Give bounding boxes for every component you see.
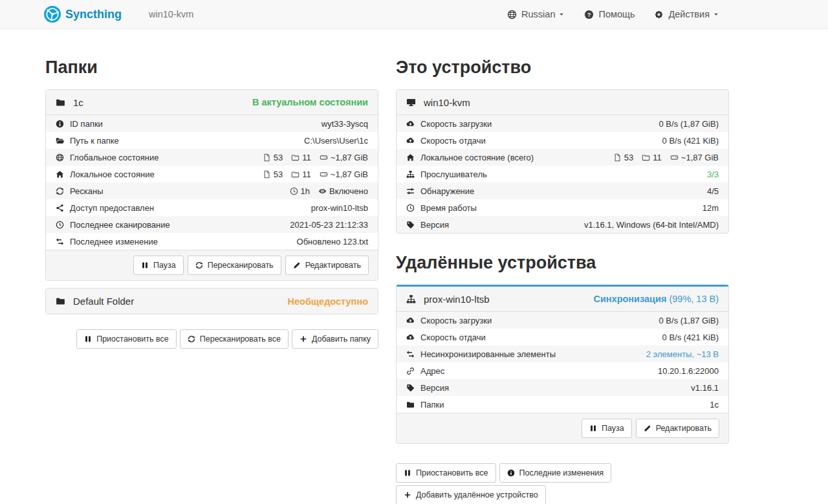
files-count: 53	[274, 170, 283, 179]
button-label: Приостановить все	[416, 468, 488, 477]
language-menu-label: Russian	[521, 9, 555, 19]
tag-icon	[406, 221, 415, 229]
pause-icon	[84, 335, 92, 343]
pause-icon	[404, 469, 411, 477]
row-label: Скорость загрузки	[420, 316, 492, 325]
row-value: 53 11 ~1,87 GiB	[263, 153, 368, 162]
brand[interactable]: Syncthing	[44, 6, 122, 23]
row-value: wyt33-3yscq	[321, 119, 368, 129]
folder-status-badge: Необщедоступно	[288, 296, 368, 307]
add-remote-device-button[interactable]: Добавить удалённое устройство	[396, 485, 546, 504]
home-icon	[56, 170, 64, 179]
rescan-folder-button[interactable]: Пересканировать	[188, 256, 281, 275]
edit-folder-button[interactable]: Редактировать	[285, 256, 369, 275]
this-device-panel: win10-kvm Скорость загрузки 0 B/s (1,87 …	[396, 89, 729, 234]
button-label: Пауза	[153, 261, 176, 270]
remote-device-actions-footer: Пауза Редактировать	[397, 413, 728, 443]
table-row: Несинхронизированные элементы 2 элементы…	[397, 345, 728, 362]
folder-status-badge: В актуальном состоянии	[252, 97, 368, 107]
row-value: 1h Включено	[290, 186, 368, 196]
folders-column: Папки 1c В актуальном состоянии ID папки…	[45, 58, 378, 504]
row-label: Последнее изменение	[70, 237, 158, 247]
pencil-icon	[293, 261, 301, 269]
refresh-icon	[56, 187, 64, 195]
row-value: C:\Users\User\1c	[304, 136, 368, 146]
row-label: Обнаружение	[420, 186, 474, 196]
cloud-download-icon	[406, 316, 415, 325]
devices-column: Это устройство win10-kvm Скорость загруз…	[396, 58, 729, 504]
row-label: Последнее сканирование	[70, 220, 170, 230]
table-row: Версия v1.16.1	[397, 379, 728, 396]
button-label: Пересканировать	[208, 261, 274, 270]
globe-icon	[507, 10, 517, 19]
row-value: 53 11 ~1,87 GiB	[263, 170, 368, 179]
folder-panel-1c: 1c В актуальном состоянии ID папки wyt33…	[45, 89, 378, 281]
hdd-icon	[670, 153, 679, 162]
remote-actions-row-2: Добавить удалённое устройство	[396, 485, 729, 504]
pause-folder-button[interactable]: Пауза	[133, 256, 184, 275]
folder-icon	[56, 296, 65, 306]
discovery-value: 4/5	[707, 186, 719, 196]
folder-name: Default Folder	[73, 296, 134, 307]
button-label: Последние изменения	[519, 468, 604, 477]
table-row: Путь к папке C:\Users\User\1c	[46, 132, 378, 149]
remote-devices-actions: Приостановить все Последние изменения До…	[396, 463, 729, 504]
table-row: Последнее изменение Обновлено 123.txt	[46, 233, 378, 250]
remote-device-header[interactable]: prox-win10-ltsb Синхронизация (99%, 13 B…	[397, 287, 728, 312]
rescan-all-button[interactable]: Пересканировать все	[180, 329, 289, 349]
pause-device-button[interactable]: Пауза	[582, 419, 632, 438]
button-label: Приостановить все	[96, 334, 169, 344]
row-label: Версия	[420, 383, 449, 393]
help-menu[interactable]: Помощь	[584, 9, 635, 19]
cloud-upload-icon	[406, 137, 415, 145]
status-detail: (99%, 13 B)	[666, 294, 719, 304]
size-value: ~1,87 GiB	[681, 153, 719, 162]
syncthing-logo-icon	[44, 6, 61, 23]
folder-outline-icon	[642, 153, 650, 162]
size-value: ~1,87 GiB	[331, 170, 368, 179]
row-value: 2021-05-23 21:12:33	[290, 220, 368, 230]
row-label: ID папки	[70, 119, 103, 129]
edit-device-button[interactable]: Редактировать	[636, 419, 719, 438]
row-value: 12m	[703, 203, 719, 213]
refresh-icon	[188, 335, 195, 343]
table-row: Адрес 10.20.1.6:22000	[397, 362, 728, 379]
row-value: 0 B/s (421 KiB)	[662, 333, 719, 342]
folder-actions-footer: Пауза Пересканировать Редактировать	[46, 250, 378, 280]
this-device-table: Скорость загрузки 0 B/s (1,87 GiB) Скоро…	[397, 115, 728, 233]
folder-1c-header[interactable]: 1c В актуальном состоянии	[46, 90, 378, 115]
table-row: Скорость отдачи 0 B/s (421 KiB)	[397, 132, 728, 149]
caret-down-icon	[713, 11, 719, 17]
folder-outline-icon	[291, 153, 300, 162]
row-label: Версия	[420, 220, 449, 230]
rescan-interval: 1h	[301, 186, 310, 196]
row-label: Несинхронизированные элементы	[420, 349, 556, 359]
language-menu[interactable]: Russian	[507, 9, 565, 19]
table-row: Локальное состояние 53 11 ~1,87 GiB	[46, 166, 378, 182]
hdd-icon	[320, 170, 328, 179]
share-icon	[56, 204, 64, 212]
folder-open-icon	[56, 137, 64, 145]
row-label: Скорость отдачи	[420, 333, 486, 342]
recent-changes-button[interactable]: Последние изменения	[499, 463, 612, 483]
sliders-icon	[406, 187, 415, 195]
sitemap-icon	[406, 170, 415, 179]
row-value: Обновлено 123.txt	[297, 237, 368, 247]
out-of-sync-link[interactable]: 2 элементы, ~13 B	[646, 349, 719, 359]
file-icon	[263, 170, 271, 179]
listeners-value: 3/3	[707, 170, 719, 179]
pause-all-devices-button[interactable]: Приостановить все	[396, 463, 496, 483]
cloud-download-icon	[406, 120, 415, 128]
pause-all-folders-button[interactable]: Приостановить все	[76, 329, 177, 349]
this-device-header[interactable]: win10-kvm	[397, 90, 728, 115]
add-folder-button[interactable]: Добавить папку	[292, 329, 378, 349]
folder-icon	[56, 98, 65, 107]
actions-menu[interactable]: Действия	[654, 9, 719, 19]
table-row: Локальное состояние (всего) 53 11 ~1,87 …	[397, 149, 728, 166]
link-icon	[406, 367, 415, 375]
table-row: Последнее сканирование 2021-05-23 21:12:…	[46, 216, 378, 233]
globe-icon	[56, 153, 64, 162]
row-value: 1c	[710, 400, 719, 410]
exchange-icon	[406, 350, 415, 358]
folder-default-header[interactable]: Default Folder Необщедоступно	[46, 289, 378, 314]
